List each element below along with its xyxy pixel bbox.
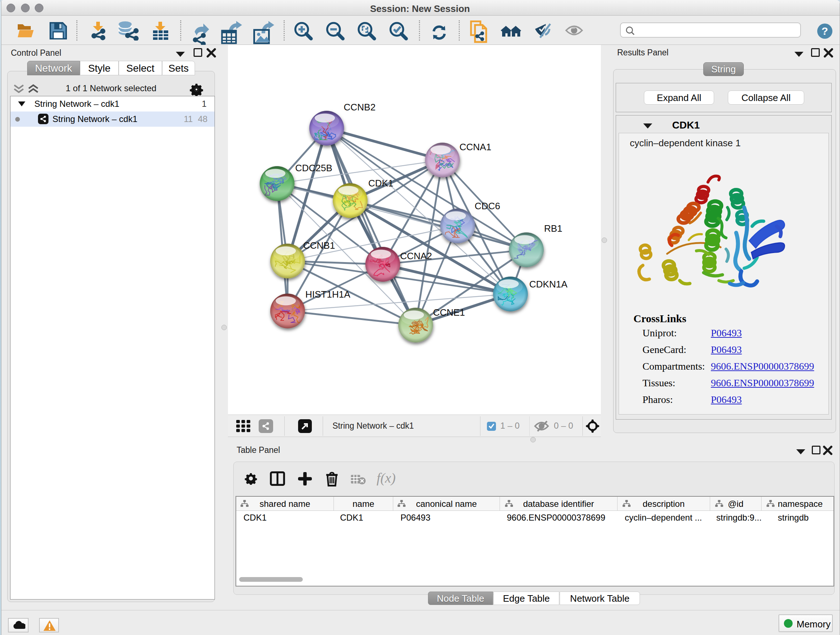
svg-text:CDC25B: CDC25B bbox=[295, 163, 332, 173]
svg-text:CDC6: CDC6 bbox=[475, 201, 500, 211]
svg-text:CCNB2: CCNB2 bbox=[344, 102, 376, 112]
svg-text:CDK1: CDK1 bbox=[368, 178, 393, 188]
svg-text:CCNA2: CCNA2 bbox=[400, 250, 432, 261]
svg-text:?: ? bbox=[821, 25, 828, 37]
svg-text:HIST1H1A: HIST1H1A bbox=[305, 289, 351, 300]
svg-text:CCNE1: CCNE1 bbox=[433, 307, 465, 318]
svg-text:CCNA1: CCNA1 bbox=[459, 141, 491, 152]
svg-text:CDKN1A: CDKN1A bbox=[529, 279, 568, 290]
svg-text:RB1: RB1 bbox=[544, 223, 562, 234]
svg-text:CCNB1: CCNB1 bbox=[303, 240, 335, 251]
